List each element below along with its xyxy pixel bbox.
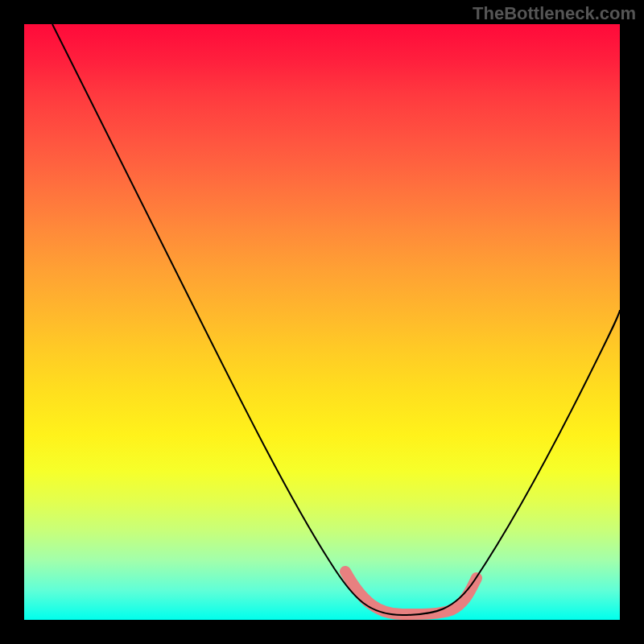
bottleneck-curve [52,24,620,615]
plot-area [24,24,620,620]
watermark-text: TheBottleneck.com [473,3,636,24]
optimal-zone-marker [345,572,477,614]
curve-svg [24,24,620,620]
